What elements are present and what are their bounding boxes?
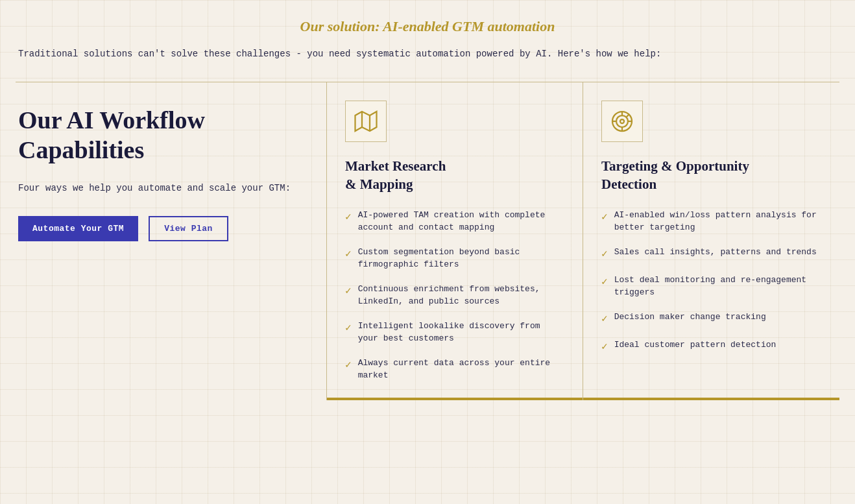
- page-wrapper: Our solution: AI-enabled GTM automation …: [0, 0, 855, 400]
- solution-heading-section: Our solution: AI-enabled GTM automation: [16, 0, 839, 47]
- check-icon: ✓: [601, 274, 608, 290]
- market-research-icon-box: [345, 101, 387, 142]
- main-content-grid: Our AI Workflow Capabilities Four ways w…: [16, 82, 839, 400]
- intro-text: Traditional solutions can't solve these …: [16, 47, 839, 61]
- automate-gtm-button[interactable]: Automate Your GTM: [18, 216, 138, 241]
- market-research-panel: Market Research & Mapping ✓ AI-powered T…: [327, 82, 583, 400]
- targeting-panel: Targeting & Opportunity Detection ✓ AI-e…: [583, 82, 839, 400]
- list-item: ✓ Lost deal monitoring and re-engagement…: [601, 274, 821, 299]
- check-icon: ✓: [345, 246, 352, 262]
- view-plan-button[interactable]: View Plan: [149, 216, 228, 241]
- market-research-feature-list: ✓ AI-powered TAM creation with complete …: [345, 209, 564, 382]
- list-item: ✓ Ideal customer pattern detection: [601, 339, 821, 355]
- left-panel-subtitle: Four ways we help you automate and scale…: [18, 181, 306, 195]
- list-item: ✓ Intelligent lookalike discovery from y…: [345, 320, 564, 345]
- list-item: ✓ AI-enabled win/loss pattern analysis f…: [601, 209, 821, 234]
- list-item: ✓ Decision maker change tracking: [601, 311, 821, 327]
- targeting-title: Targeting & Opportunity Detection: [601, 158, 821, 193]
- svg-point-4: [616, 115, 628, 127]
- list-item: ✓ AI-powered TAM creation with complete …: [345, 209, 564, 234]
- market-research-title: Market Research & Mapping: [345, 158, 564, 193]
- check-icon: ✓: [345, 357, 352, 373]
- map-icon: [354, 110, 378, 133]
- check-icon: ✓: [345, 283, 352, 299]
- targeting-feature-list: ✓ AI-enabled win/loss pattern analysis f…: [601, 209, 821, 355]
- check-icon: ✓: [345, 320, 352, 336]
- panel-bottom-divider: [583, 398, 839, 400]
- svg-line-10: [627, 115, 629, 117]
- list-item: ✓ Sales call insights, patterns and tren…: [601, 246, 821, 262]
- button-group: Automate Your GTM View Plan: [18, 216, 306, 241]
- targeting-icon-box: [601, 101, 643, 142]
- check-icon: ✓: [601, 311, 608, 327]
- check-icon: ✓: [601, 246, 608, 262]
- check-icon: ✓: [345, 210, 352, 225]
- check-icon: ✓: [601, 339, 608, 355]
- check-icon: ✓: [601, 210, 608, 225]
- main-title: Our AI Workflow Capabilities: [18, 106, 306, 165]
- solution-heading-text: Our solution: AI-enabled GTM automation: [300, 18, 555, 34]
- svg-point-5: [620, 119, 624, 123]
- list-item: ✓ Always current data across your entire…: [345, 357, 564, 382]
- list-item: ✓ Custom segmentation beyond basic firmo…: [345, 246, 564, 271]
- panel-bottom-divider: [327, 398, 583, 400]
- list-item: ✓ Continuous enrichment from websites, L…: [345, 283, 564, 308]
- left-panel: Our AI Workflow Capabilities Four ways w…: [16, 82, 327, 400]
- svg-marker-0: [355, 112, 377, 131]
- target-icon: [610, 110, 634, 133]
